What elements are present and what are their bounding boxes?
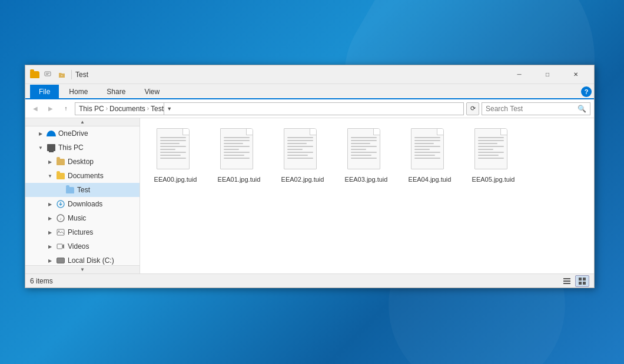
downloads-icon: [56, 199, 65, 209]
sidebar-label-this-pc: This PC: [58, 143, 140, 152]
window-icon: [30, 70, 39, 79]
ribbon-right: ?: [581, 86, 594, 98]
tab-share[interactable]: Share: [98, 85, 134, 98]
sidebar-item-test[interactable]: Test: [25, 183, 140, 197]
qa-btn-2[interactable]: +: [56, 69, 68, 80]
item-count: 6 items: [30, 277, 560, 285]
window-controls: ─ □ ✕: [506, 65, 589, 84]
expand-pictures[interactable]: ▶: [47, 229, 54, 236]
expand-desktop[interactable]: ▶: [47, 158, 54, 165]
file-item-5[interactable]: EEA05.jpg.tuid: [464, 124, 523, 188]
qa-btn-1[interactable]: [42, 69, 54, 80]
view-list-button[interactable]: [560, 275, 574, 287]
svg-rect-2: [46, 74, 48, 75]
breadcrumb-sep-2: ›: [147, 105, 149, 112]
tab-view[interactable]: View: [135, 85, 168, 98]
tab-file[interactable]: File: [30, 85, 59, 98]
svg-rect-16: [583, 282, 586, 285]
expand-documents[interactable]: ▼: [47, 172, 54, 179]
svg-rect-11: [563, 280, 570, 282]
svg-rect-14: [583, 278, 586, 280]
nav-scroll-down[interactable]: ▼: [25, 265, 140, 273]
expand-this-pc[interactable]: ▼: [37, 144, 44, 151]
sidebar-item-pictures[interactable]: ▶ Pictures: [25, 225, 140, 239]
file-name-1: EEA01.jpg.tuid: [218, 175, 261, 183]
forward-button[interactable]: ▶: [44, 102, 57, 115]
search-icon[interactable]: 🔍: [577, 105, 586, 113]
test-folder-icon: [65, 185, 75, 195]
sidebar-item-this-pc[interactable]: ▼ This PC: [25, 141, 140, 155]
help-button[interactable]: ?: [581, 86, 592, 97]
onedrive-icon: [47, 129, 56, 138]
expand-downloads[interactable]: ▶: [47, 201, 54, 208]
breadcrumb-sep-1: ›: [106, 105, 108, 112]
up-button[interactable]: ↑: [59, 102, 72, 115]
sidebar-label-documents: Documents: [68, 172, 140, 180]
address-dropdown-button[interactable]: ▼: [164, 102, 174, 115]
maximize-button[interactable]: □: [534, 65, 561, 84]
svg-text:+: +: [61, 74, 63, 77]
file-item-1[interactable]: EEA01.jpg.tuid: [210, 124, 268, 188]
file-item-2[interactable]: EEA02.jpg.tuid: [273, 124, 332, 188]
pictures-icon: [56, 228, 65, 237]
file-name-2: EEA02.jpg.tuid: [281, 175, 324, 183]
sidebar-item-desktop[interactable]: ▶ Desktop: [25, 155, 140, 169]
file-item-4[interactable]: EEA04.jpg.tuid: [400, 124, 459, 188]
sidebar-item-downloads[interactable]: ▶ Downloads: [25, 197, 140, 211]
file-icon-3: [347, 128, 385, 173]
title-bar: + Test ─ □ ✕: [25, 65, 594, 84]
address-bar: ◀ ▶ ↑ This PC › Documents › Test ▼ ⟳ 🔍: [25, 99, 594, 118]
videos-icon: [56, 242, 65, 251]
sidebar-label-downloads: Downloads: [68, 200, 140, 208]
file-name-5: EEA05.jpg.tuid: [472, 175, 515, 183]
local-disk-icon: [56, 256, 65, 265]
ribbon-tabs: File Home Share View ?: [25, 84, 594, 99]
sidebar-label-test: Test: [77, 186, 140, 194]
expand-music[interactable]: ▶: [47, 215, 54, 222]
sidebar-item-music[interactable]: ▶ ♪ Music: [25, 211, 140, 225]
minimize-button[interactable]: ─: [506, 65, 533, 84]
file-item-3[interactable]: EEA03.jpg.tuid: [337, 124, 396, 188]
expand-videos[interactable]: ▶: [47, 243, 54, 250]
file-explorer-window: + Test ─ □ ✕ File Home Share View ? ◀ ▶ …: [25, 65, 595, 288]
svg-rect-0: [45, 72, 51, 76]
file-item-0[interactable]: EEA00.jpg.tuid: [146, 124, 205, 188]
breadcrumb-test[interactable]: Test: [151, 105, 164, 113]
file-name-4: EEA04.jpg.tuid: [409, 175, 452, 183]
expand-onedrive[interactable]: ▶: [37, 130, 44, 137]
sidebar-label-local-disk: Local Disk (C:): [68, 256, 140, 265]
tab-home[interactable]: Home: [60, 85, 97, 98]
nav-scroll-up[interactable]: ▲: [25, 118, 140, 126]
sidebar-label-pictures: Pictures: [68, 228, 140, 236]
address-path[interactable]: This PC › Documents › Test ▼: [75, 102, 464, 115]
svg-rect-10: [563, 278, 570, 279]
view-buttons: [560, 275, 589, 287]
file-icon-2: [284, 128, 321, 173]
file-icon-4: [411, 128, 449, 173]
file-area: EEA00.jpg.tuid EEA01.jpg.tuid: [140, 118, 594, 273]
search-input[interactable]: [486, 105, 577, 113]
title-separator: [71, 70, 72, 79]
sidebar-item-onedrive[interactable]: ▶ OneDrive: [25, 126, 140, 141]
close-button[interactable]: ✕: [562, 65, 589, 84]
sidebar-label-videos: Videos: [68, 242, 140, 251]
main-content: ▲ ▶ OneDrive ▼ This PC ▶: [25, 118, 594, 273]
sidebar-item-documents[interactable]: ▼ Documents: [25, 169, 140, 183]
svg-rect-1: [46, 73, 49, 74]
expand-local-disk[interactable]: ▶: [47, 257, 54, 264]
svg-rect-9: [57, 244, 62, 249]
music-icon: ♪: [56, 213, 65, 223]
sidebar-item-videos[interactable]: ▶ Videos: [25, 239, 140, 253]
breadcrumb-this-pc[interactable]: This PC: [79, 105, 104, 113]
sidebar-label-onedrive: OneDrive: [58, 129, 140, 138]
view-icon-button[interactable]: [575, 275, 589, 287]
refresh-button[interactable]: ⟳: [466, 102, 479, 115]
file-icon-5: [474, 128, 512, 173]
this-pc-icon: [47, 143, 56, 152]
status-bar: 6 items: [25, 273, 594, 288]
documents-icon: [56, 171, 65, 181]
file-name-0: EEA00.jpg.tuid: [154, 175, 197, 183]
breadcrumb-documents[interactable]: Documents: [109, 105, 145, 113]
back-button[interactable]: ◀: [29, 102, 42, 115]
svg-rect-15: [579, 282, 582, 285]
